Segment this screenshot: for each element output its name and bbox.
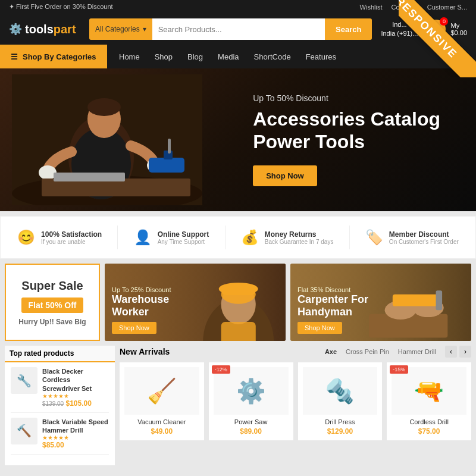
feature-1-desc: If you are unable	[41, 239, 102, 245]
next-arrow[interactable]: ›	[459, 346, 471, 358]
warehouse-banner-content: Up To 25% Discount WarehouseWorker Shop …	[105, 279, 178, 341]
feature-returns-text: Money Returns Back Guarantee In 7 days	[265, 230, 334, 245]
nav-shop[interactable]: Shop	[155, 52, 173, 61]
product-1-prices: $139.00 $105.00	[42, 399, 109, 408]
carpenter-banner-content: Flat 35% Discount Carpenter ForHandyman …	[290, 279, 375, 341]
header-right: Ind... India (+91)... 🛒 0 My $0.00	[381, 20, 467, 39]
returns-icon: 💰	[241, 229, 259, 246]
hero-shop-now-button[interactable]: Shop Now	[253, 165, 317, 186]
hero-banner: Up To 50% Discount Accessories CatalogPo…	[0, 68, 476, 211]
product-2-name: Black Variable Speed Hammer Drill	[42, 418, 109, 435]
sale-flat: Flat 50% Off	[21, 298, 84, 313]
phone-country: Ind...	[381, 20, 418, 29]
feature-support-text: Online Support Any Time Support	[158, 230, 209, 245]
feature-1-title: 100% Satisfaction	[41, 230, 102, 239]
header: ⚙️ toolspart All Categories ▾ Search Ind…	[0, 14, 476, 45]
hero-subtitle: Up To 50% Discount	[253, 93, 440, 103]
cart-button[interactable]: 🛒 0 My $0.00	[427, 20, 467, 39]
sale-sub: Hurry Up!! Save Big	[18, 318, 86, 326]
hero-content: Up To 50% Discount Accessories CatalogPo…	[253, 93, 440, 186]
product-1-name: Black Decker Cordless Screwdriver Set	[42, 367, 109, 393]
product-card-3-name: Drill Press	[303, 418, 378, 425]
search-button[interactable]: Search	[325, 18, 372, 40]
tab-cross-pein[interactable]: Cross Pein Pin	[346, 348, 389, 355]
product-1-stars: ★★★★★	[42, 393, 109, 399]
tab-axe[interactable]: Axe	[325, 348, 337, 355]
products-grid: 🧹 Vacuum Cleaner $49.00 -12% ⚙️ Power Sa…	[120, 362, 471, 440]
nav-blog[interactable]: Blog	[187, 52, 203, 61]
nav-features[interactable]: Features	[306, 52, 336, 61]
product-card-2-image: ⚙️	[214, 367, 289, 415]
feature-satisfaction-text: 100% Satisfaction If you are unable	[41, 230, 102, 245]
bottom-section: Top rated products 🔧 Black Decker Cordle…	[0, 346, 476, 465]
logo-text-2: part	[54, 23, 76, 36]
cart-badge: 0	[440, 17, 448, 26]
top-bar: ✦ First Five Order on 30% Discount Wishl…	[0, 0, 476, 14]
banner2-discount: Flat 35% Discount	[298, 286, 368, 293]
nav-shortcode[interactable]: ShortCode	[254, 52, 291, 61]
tab-links: Axe Cross Pein Pin Hammer Drill ‹ ›	[325, 346, 471, 358]
product-card-1[interactable]: 🧹 Vacuum Cleaner $49.00	[120, 362, 204, 440]
product-2-image: 🔨	[11, 418, 37, 444]
feature-4-desc: On Customer's First Order	[389, 239, 459, 245]
nav-links: Home Shop Blog Media ShortCode Features	[107, 45, 348, 68]
divider-3	[349, 226, 350, 249]
divider-2	[225, 226, 226, 249]
product-card-2-name: Power Saw	[214, 418, 289, 425]
product-2-price-new: $85.00	[42, 441, 64, 449]
feature-support: 👤 Online Support Any Time Support	[134, 229, 209, 246]
product-2-prices: $85.00	[42, 441, 109, 449]
tab-hammer-drill[interactable]: Hammer Drill	[398, 348, 436, 355]
nav-home[interactable]: Home	[119, 52, 140, 61]
svg-rect-12	[54, 173, 125, 181]
cart-label: My	[450, 22, 467, 29]
new-arrivals-header: New Arrivals Axe Cross Pein Pin Hammer D…	[120, 346, 471, 358]
product-1-image: 🔧	[11, 367, 37, 394]
search-btn-label: Search	[336, 25, 361, 34]
cart-label-group: My $0.00	[450, 22, 467, 36]
phone-number: India (+91)...	[381, 29, 418, 38]
feature-returns: 💰 Money Returns Back Guarantee In 7 days	[241, 229, 334, 246]
feature-2-title: Online Support	[158, 230, 209, 239]
hero-title: Accessories CatalogPower Tools	[253, 108, 440, 154]
nav-arrows: ‹ ›	[445, 346, 471, 358]
promo-section: Super Sale Flat 50% Off Hurry Up!! Save …	[0, 264, 476, 341]
new-arrivals-section: New Arrivals Axe Cross Pein Pin Hammer D…	[120, 346, 471, 465]
banner2-shop-button[interactable]: Shop Now	[298, 322, 342, 334]
cart-icon-circle: 🛒 0	[427, 20, 446, 39]
logo[interactable]: ⚙️ toolspart	[9, 23, 80, 36]
product-card-2-badge: -12%	[212, 365, 230, 374]
product-card-4-badge: -15%	[390, 365, 408, 374]
search-bar: All Categories ▾ Search	[89, 18, 372, 40]
top-rated-panel: Top rated products 🔧 Black Decker Cordle…	[5, 346, 115, 465]
satisfaction-icon: 😊	[17, 229, 35, 246]
carpenter-banner[interactable]: Flat 35% Discount Carpenter ForHandyman …	[290, 264, 471, 341]
discount-icon: 🏷️	[365, 229, 383, 246]
logo-text-1: tools	[25, 23, 54, 36]
product-card-4[interactable]: -15% 🔫 Cordless Drill $75.00	[387, 362, 471, 440]
shop-by-categories[interactable]: ☰ Shop By Categories	[0, 45, 107, 68]
search-input[interactable]	[152, 18, 325, 40]
product-card-2-price: $89.00	[214, 427, 289, 436]
compare-link[interactable]: Compare	[392, 4, 418, 11]
super-sale-banner: Super Sale Flat 50% Off Hurry Up!! Save …	[5, 264, 100, 341]
warehouse-worker-banner[interactable]: Up To 25% Discount WarehouseWorker Shop …	[105, 264, 286, 341]
nav-media[interactable]: Media	[218, 52, 239, 61]
wishlist-link[interactable]: Wishlist	[360, 4, 383, 11]
banner1-btn-label: Shop Now	[119, 324, 149, 331]
product-card-3[interactable]: 🔩 Drill Press $129.00	[298, 362, 383, 440]
top-bar-promo: ✦ First Five Order on 30% Discount	[9, 3, 113, 11]
cart-price: $0.00	[450, 29, 467, 36]
product-card-4-image: 🔫	[392, 367, 466, 415]
product-card-1-price: $49.00	[124, 427, 199, 436]
banner2-title: Carpenter ForHandyman	[298, 293, 368, 319]
product-item-2: 🔨 Black Variable Speed Hammer Drill ★★★★…	[11, 418, 109, 455]
product-card-2[interactable]: -12% ⚙️ Power Saw $89.00	[209, 362, 293, 440]
customer-service-link[interactable]: Customer S...	[427, 4, 467, 11]
features-bar: 😊 100% Satisfaction If you are unable 👤 …	[0, 216, 476, 259]
banner1-shop-button[interactable]: Shop Now	[112, 322, 156, 334]
chevron-down-icon: ▾	[143, 25, 146, 33]
logo-icon: ⚙️	[9, 23, 22, 36]
prev-arrow[interactable]: ‹	[445, 346, 457, 358]
category-dropdown[interactable]: All Categories ▾	[89, 18, 152, 40]
